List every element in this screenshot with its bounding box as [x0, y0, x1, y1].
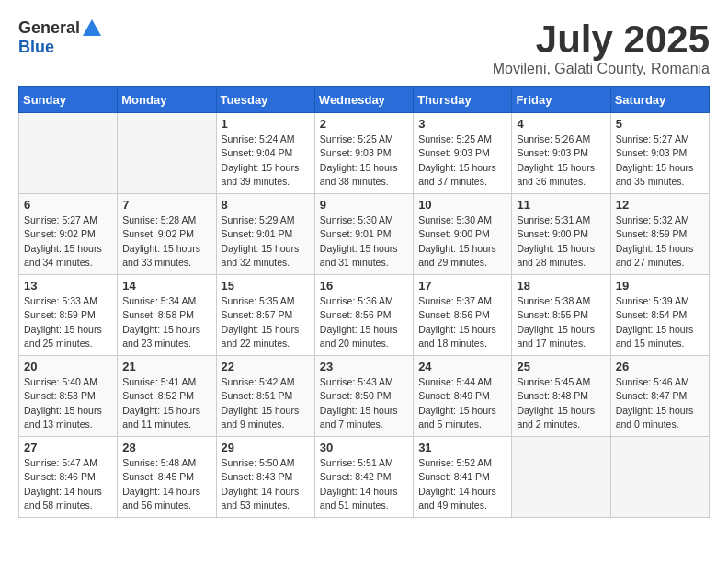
day-info: Sunrise: 5:27 AMSunset: 9:02 PMDaylight:… [24, 213, 112, 270]
calendar-day-cell: 17Sunrise: 5:37 AMSunset: 8:56 PMDayligh… [414, 275, 512, 356]
day-info: Sunrise: 5:30 AMSunset: 9:01 PMDaylight:… [320, 213, 408, 270]
calendar-day-cell: 27Sunrise: 5:47 AMSunset: 8:46 PMDayligh… [19, 437, 118, 518]
weekday-header-saturday: Saturday [610, 87, 709, 113]
day-info: Sunrise: 5:34 AMSunset: 8:58 PMDaylight:… [122, 294, 210, 350]
day-number: 23 [320, 360, 408, 373]
calendar-day-cell: 30Sunrise: 5:51 AMSunset: 8:42 PMDayligh… [314, 437, 413, 518]
calendar-week-row: 6Sunrise: 5:27 AMSunset: 9:02 PMDaylight… [19, 194, 710, 275]
day-info: Sunrise: 5:26 AMSunset: 9:03 PMDaylight:… [517, 132, 605, 189]
calendar-day-cell: 10Sunrise: 5:30 AMSunset: 9:00 PMDayligh… [414, 194, 512, 275]
weekday-header-friday: Friday [512, 87, 610, 113]
calendar-day-cell: 8Sunrise: 5:29 AMSunset: 9:01 PMDaylight… [216, 194, 314, 275]
day-number: 9 [320, 198, 408, 212]
weekday-header-thursday: Thursday [414, 87, 512, 113]
day-number: 6 [24, 198, 112, 212]
calendar-day-cell: 22Sunrise: 5:42 AMSunset: 8:51 PMDayligh… [216, 356, 314, 437]
calendar-day-cell: 6Sunrise: 5:27 AMSunset: 9:02 PMDaylight… [19, 194, 118, 275]
day-info: Sunrise: 5:46 AMSunset: 8:47 PMDaylight:… [616, 375, 704, 431]
calendar-day-cell: 29Sunrise: 5:50 AMSunset: 8:43 PMDayligh… [216, 437, 314, 518]
calendar-day-cell: 2Sunrise: 5:25 AMSunset: 9:03 PMDaylight… [314, 113, 413, 194]
weekday-header-row: SundayMondayTuesdayWednesdayThursdayFrid… [19, 87, 710, 113]
calendar-title-area: July 2025 Movileni, Galati County, Roman… [493, 18, 710, 77]
day-info: Sunrise: 5:41 AMSunset: 8:52 PMDaylight:… [122, 375, 210, 431]
calendar-week-row: 20Sunrise: 5:40 AMSunset: 8:53 PMDayligh… [19, 356, 710, 437]
day-number: 22 [222, 360, 310, 373]
day-number: 30 [320, 441, 408, 454]
day-info: Sunrise: 5:35 AMSunset: 8:57 PMDaylight:… [222, 294, 310, 350]
day-number: 11 [517, 198, 605, 212]
day-info: Sunrise: 5:52 AMSunset: 8:41 PMDaylight:… [418, 456, 506, 512]
day-number: 28 [122, 441, 210, 454]
day-number: 5 [616, 117, 704, 131]
day-number: 20 [24, 360, 112, 373]
day-number: 8 [222, 198, 310, 212]
day-number: 24 [418, 360, 506, 373]
day-number: 1 [222, 117, 310, 131]
day-number: 21 [122, 360, 210, 373]
day-info: Sunrise: 5:47 AMSunset: 8:46 PMDaylight:… [24, 456, 112, 512]
day-number: 31 [418, 441, 506, 454]
day-info: Sunrise: 5:36 AMSunset: 8:56 PMDaylight:… [320, 294, 408, 350]
day-number: 14 [122, 279, 210, 293]
day-info: Sunrise: 5:51 AMSunset: 8:42 PMDaylight:… [320, 456, 408, 512]
calendar-day-cell [118, 113, 216, 194]
calendar-day-cell: 23Sunrise: 5:43 AMSunset: 8:50 PMDayligh… [314, 356, 413, 437]
logo-general-text: General [18, 18, 80, 38]
day-number: 19 [616, 279, 704, 293]
calendar-day-cell: 5Sunrise: 5:27 AMSunset: 9:03 PMDaylight… [610, 113, 709, 194]
calendar-day-cell: 19Sunrise: 5:39 AMSunset: 8:54 PMDayligh… [610, 275, 709, 356]
day-info: Sunrise: 5:40 AMSunset: 8:53 PMDaylight:… [24, 375, 112, 431]
day-info: Sunrise: 5:37 AMSunset: 8:56 PMDaylight:… [418, 294, 506, 350]
calendar-day-cell: 3Sunrise: 5:25 AMSunset: 9:03 PMDaylight… [414, 113, 512, 194]
calendar-day-cell: 13Sunrise: 5:33 AMSunset: 8:59 PMDayligh… [19, 275, 118, 356]
day-number: 10 [418, 198, 506, 212]
calendar-day-cell: 7Sunrise: 5:28 AMSunset: 9:02 PMDaylight… [118, 194, 216, 275]
day-number: 13 [24, 279, 112, 293]
page-header: General Blue July 2025 Movileni, Galati … [18, 18, 710, 77]
calendar-day-cell: 20Sunrise: 5:40 AMSunset: 8:53 PMDayligh… [19, 356, 118, 437]
calendar-day-cell: 18Sunrise: 5:38 AMSunset: 8:55 PMDayligh… [512, 275, 610, 356]
day-number: 16 [320, 279, 408, 293]
calendar-day-cell: 12Sunrise: 5:32 AMSunset: 8:59 PMDayligh… [610, 194, 709, 275]
day-info: Sunrise: 5:44 AMSunset: 8:49 PMDaylight:… [418, 375, 506, 431]
weekday-header-wednesday: Wednesday [314, 87, 413, 113]
calendar-day-cell [19, 113, 118, 194]
day-number: 18 [517, 279, 605, 293]
day-number: 2 [320, 117, 408, 131]
calendar-day-cell [610, 437, 709, 518]
day-number: 3 [418, 117, 506, 131]
day-info: Sunrise: 5:25 AMSunset: 9:03 PMDaylight:… [418, 132, 506, 189]
calendar-day-cell: 1Sunrise: 5:24 AMSunset: 9:04 PMDaylight… [216, 113, 314, 194]
calendar-day-cell: 24Sunrise: 5:44 AMSunset: 8:49 PMDayligh… [414, 356, 512, 437]
day-info: Sunrise: 5:43 AMSunset: 8:50 PMDaylight:… [320, 375, 408, 431]
day-number: 25 [517, 360, 605, 373]
day-info: Sunrise: 5:28 AMSunset: 9:02 PMDaylight:… [122, 213, 210, 270]
weekday-header-monday: Monday [118, 87, 216, 113]
day-info: Sunrise: 5:25 AMSunset: 9:03 PMDaylight:… [320, 132, 408, 189]
calendar-day-cell: 15Sunrise: 5:35 AMSunset: 8:57 PMDayligh… [216, 275, 314, 356]
day-number: 12 [616, 198, 704, 212]
calendar-day-cell [512, 437, 610, 518]
day-number: 27 [24, 441, 112, 454]
day-info: Sunrise: 5:24 AMSunset: 9:04 PMDaylight:… [222, 132, 310, 189]
calendar-day-cell: 28Sunrise: 5:48 AMSunset: 8:45 PMDayligh… [118, 437, 216, 518]
calendar-week-row: 27Sunrise: 5:47 AMSunset: 8:46 PMDayligh… [19, 437, 710, 518]
calendar-day-cell: 14Sunrise: 5:34 AMSunset: 8:58 PMDayligh… [118, 275, 216, 356]
calendar-title: July 2025 [493, 18, 710, 61]
day-info: Sunrise: 5:29 AMSunset: 9:01 PMDaylight:… [222, 213, 310, 270]
calendar-day-cell: 26Sunrise: 5:46 AMSunset: 8:47 PMDayligh… [610, 356, 709, 437]
logo-triangle-icon [83, 19, 101, 36]
logo: General Blue [18, 18, 101, 57]
calendar-table: SundayMondayTuesdayWednesdayThursdayFrid… [18, 86, 710, 518]
calendar-day-cell: 16Sunrise: 5:36 AMSunset: 8:56 PMDayligh… [314, 275, 413, 356]
day-info: Sunrise: 5:27 AMSunset: 9:03 PMDaylight:… [616, 132, 704, 189]
day-number: 15 [222, 279, 310, 293]
calendar-day-cell: 4Sunrise: 5:26 AMSunset: 9:03 PMDaylight… [512, 113, 610, 194]
day-info: Sunrise: 5:39 AMSunset: 8:54 PMDaylight:… [616, 294, 704, 350]
calendar-subtitle: Movileni, Galati County, Romania [493, 61, 710, 77]
day-number: 17 [418, 279, 506, 293]
day-info: Sunrise: 5:50 AMSunset: 8:43 PMDaylight:… [222, 456, 310, 512]
weekday-header-tuesday: Tuesday [216, 87, 314, 113]
calendar-day-cell: 9Sunrise: 5:30 AMSunset: 9:01 PMDaylight… [314, 194, 413, 275]
day-number: 7 [122, 198, 210, 212]
